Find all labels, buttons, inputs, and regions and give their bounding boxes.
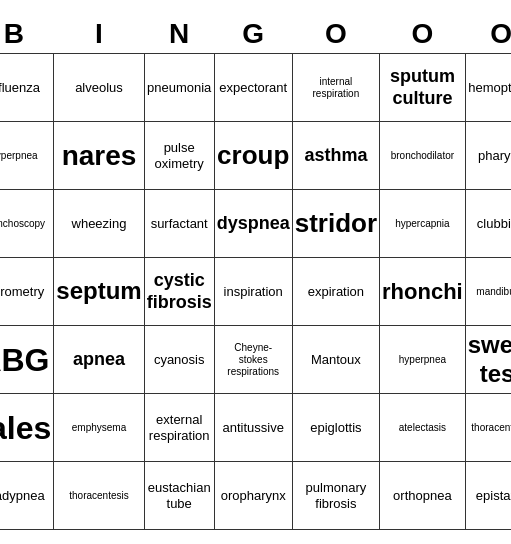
cell-r0-c5: sputum culture: [380, 54, 466, 122]
cell-r4-c5: hyperpnea: [380, 326, 466, 394]
cell-r6-c0: bradypnea: [0, 462, 54, 530]
cell-r5-c3: antitussive: [214, 394, 292, 462]
table-row: bronchoscopywheezingsurfactantdyspneastr…: [0, 190, 511, 258]
cell-r2-c3: dyspnea: [214, 190, 292, 258]
cell-r3-c6: mandibular: [465, 258, 511, 326]
table-row: bradypneathoracentesiseustachiantubeorop…: [0, 462, 511, 530]
cell-r4-c1: apnea: [54, 326, 144, 394]
cell-r6-c5: orthopnea: [380, 462, 466, 530]
cell-r2-c0: bronchoscopy: [0, 190, 54, 258]
cell-r3-c0: spirometry: [0, 258, 54, 326]
cell-r3-c1: septum: [54, 258, 144, 326]
cell-r6-c2: eustachiantube: [144, 462, 214, 530]
header-O: O: [292, 14, 379, 54]
cell-r3-c5: rhonchi: [380, 258, 466, 326]
cell-r4-c3: Cheyne-stokesrespirations: [214, 326, 292, 394]
table-row: hyperpneanarespulseoximetrycroupasthmabr…: [0, 122, 511, 190]
cell-r0-c6: hemoptysis: [465, 54, 511, 122]
cell-r3-c2: cysticfibrosis: [144, 258, 214, 326]
cell-r5-c6: thoracentesis: [465, 394, 511, 462]
cell-r5-c0: rales: [0, 394, 54, 462]
header-G: G: [214, 14, 292, 54]
header-O: O: [380, 14, 466, 54]
cell-r1-c1: nares: [54, 122, 144, 190]
header-N: N: [144, 14, 214, 54]
cell-r5-c1: emphysema: [54, 394, 144, 462]
cell-r2-c4: stridor: [292, 190, 379, 258]
cell-r0-c2: pneumonia: [144, 54, 214, 122]
cell-r0-c0: influenza: [0, 54, 54, 122]
cell-r0-c3: expectorant: [214, 54, 292, 122]
header-O: O: [465, 14, 511, 54]
header-I: I: [54, 14, 144, 54]
cell-r6-c4: pulmonaryfibrosis: [292, 462, 379, 530]
cell-r6-c6: epistaxis: [465, 462, 511, 530]
cell-r2-c1: wheezing: [54, 190, 144, 258]
cell-r1-c2: pulseoximetry: [144, 122, 214, 190]
table-row: ABGapneacyanosisCheyne-stokesrespiration…: [0, 326, 511, 394]
cell-r6-c1: thoracentesis: [54, 462, 144, 530]
bingo-card: BINGOOO influenzaalveoluspneumoniaexpect…: [0, 14, 511, 531]
cell-r3-c4: expiration: [292, 258, 379, 326]
cell-r2-c2: surfactant: [144, 190, 214, 258]
cell-r4-c2: cyanosis: [144, 326, 214, 394]
cell-r4-c6: sweattest: [465, 326, 511, 394]
table-row: influenzaalveoluspneumoniaexpectorantint…: [0, 54, 511, 122]
cell-r2-c6: clubbing: [465, 190, 511, 258]
cell-r1-c4: asthma: [292, 122, 379, 190]
header-B: B: [0, 14, 54, 54]
cell-r1-c6: pharynx: [465, 122, 511, 190]
cell-r1-c5: bronchodilator: [380, 122, 466, 190]
cell-r0-c1: alveolus: [54, 54, 144, 122]
cell-r0-c4: internalrespiration: [292, 54, 379, 122]
cell-r3-c3: inspiration: [214, 258, 292, 326]
cell-r4-c0: ABG: [0, 326, 54, 394]
cell-r5-c4: epiglottis: [292, 394, 379, 462]
cell-r4-c4: Mantoux: [292, 326, 379, 394]
cell-r2-c5: hypercapnia: [380, 190, 466, 258]
cell-r5-c5: atelectasis: [380, 394, 466, 462]
cell-r1-c0: hyperpnea: [0, 122, 54, 190]
cell-r1-c3: croup: [214, 122, 292, 190]
cell-r5-c2: externalrespiration: [144, 394, 214, 462]
table-row: spirometryseptumcysticfibrosisinspiratio…: [0, 258, 511, 326]
cell-r6-c3: oropharynx: [214, 462, 292, 530]
table-row: ralesemphysemaexternalrespirationantitus…: [0, 394, 511, 462]
